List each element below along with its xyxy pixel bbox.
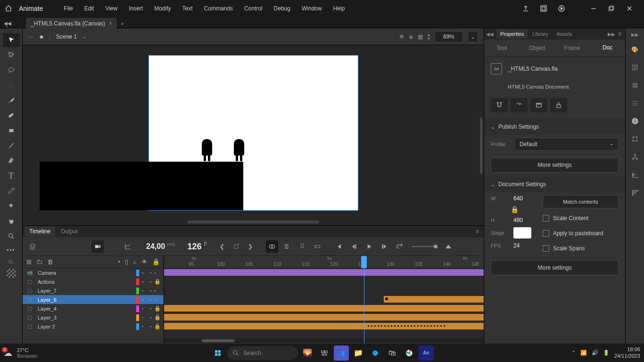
fps-value[interactable]: 24 — [513, 242, 520, 249]
keyframe-dot[interactable] — [371, 325, 372, 327]
timeline-zoom-slider[interactable] — [412, 246, 436, 247]
next-icon[interactable]: ❯ — [244, 240, 256, 253]
layer-row-camera[interactable]: 📹Camera••• — [23, 268, 164, 277]
onion-skin-icon[interactable] — [266, 240, 278, 253]
close-tab-icon[interactable]: × — [109, 20, 112, 27]
canvas-area[interactable] — [23, 45, 484, 225]
keyframe-dot[interactable] — [381, 325, 382, 327]
magic-wand-tool[interactable] — [3, 78, 20, 92]
menu-modify[interactable]: Modify — [149, 3, 175, 14]
hand-tool[interactable] — [3, 214, 20, 228]
layers-icon[interactable] — [26, 240, 39, 253]
layer-lock-icon[interactable]: 🔒 — [154, 279, 160, 285]
film-icon[interactable] — [530, 98, 547, 112]
keyframe-dot[interactable] — [404, 325, 405, 327]
minimize-button[interactable] — [586, 4, 601, 13]
panel-menu-icon[interactable]: ≡ — [616, 31, 623, 37]
layer-color-swatch[interactable] — [136, 323, 139, 330]
layer-visibility-dot[interactable]: • — [142, 271, 143, 275]
layer-row-layer3[interactable]: ▢Layer_3••🔒 — [23, 313, 164, 322]
stage-shape-ground[interactable] — [40, 162, 243, 210]
restore-button[interactable] — [604, 4, 619, 13]
keyframe-dot[interactable] — [421, 325, 422, 327]
keyframe-dot[interactable] — [424, 325, 425, 327]
timeline-ruler[interactable]: 4s5s6s95100105110115120125130135140145 — [164, 256, 484, 268]
swap-colors-icon[interactable] — [3, 258, 20, 267]
close-button[interactable] — [622, 4, 636, 13]
zoom-tool[interactable] — [3, 229, 20, 243]
layer-outline-dot[interactable]: • — [150, 271, 151, 275]
publish-settings-header[interactable]: ⌄Publish Settings — [484, 119, 625, 135]
track-layer3[interactable] — [164, 314, 484, 321]
new-layer-icon[interactable]: ⊞ — [26, 258, 32, 265]
track-layer7[interactable] — [164, 286, 484, 295]
hide-camera-icon[interactable]: ⌕ — [133, 258, 137, 265]
canvas-scrollbar-v[interactable] — [480, 117, 483, 174]
color-palette-icon[interactable]: 🎨 — [629, 44, 641, 55]
first-frame-icon[interactable] — [333, 240, 345, 253]
convert-icon[interactable] — [511, 98, 528, 112]
start-button[interactable] — [210, 346, 225, 361]
layer-color-swatch[interactable] — [136, 288, 139, 294]
tab-assets[interactable]: Assets — [553, 29, 576, 39]
components-icon[interactable] — [629, 187, 641, 198]
subtab-object[interactable]: Object — [520, 40, 555, 56]
width-value[interactable]: 640 — [513, 195, 523, 202]
track-camera[interactable] — [164, 269, 484, 276]
stage-color-swatch[interactable] — [513, 227, 531, 239]
panel-collapse-icon[interactable]: ◀◀ — [486, 32, 494, 37]
playhead[interactable] — [364, 256, 364, 343]
link-wh-icon[interactable]: 🔒 — [511, 206, 519, 213]
prev-icon[interactable]: ❮ — [216, 240, 228, 253]
layer-visibility-dot[interactable]: • — [142, 297, 143, 302]
step-back-icon[interactable] — [348, 240, 360, 253]
timeline-fps-value[interactable]: 24,00 — [146, 242, 165, 250]
match-contents-button[interactable]: Match contents — [543, 195, 619, 208]
layer-row-layer2[interactable]: ▢Layer 2••🔒 — [23, 322, 164, 331]
selection-tool[interactable] — [3, 33, 20, 47]
keyframe-dot[interactable] — [374, 325, 376, 327]
tab-library[interactable]: Library — [528, 29, 552, 39]
scale-spans-checkbox[interactable] — [543, 245, 549, 252]
layer-name-label[interactable]: Layer_3 — [38, 315, 133, 321]
layer-outline-dot[interactable]: • — [150, 324, 151, 329]
layer-row-actions[interactable]: ▢Actions••🔒 — [23, 277, 164, 286]
keyframe-dot[interactable] — [394, 325, 396, 327]
scenes-icon[interactable]: ♣ — [40, 33, 43, 40]
layer-visibility-dot[interactable]: • — [142, 324, 143, 329]
taskbar-app-1[interactable]: 🌄 — [300, 346, 315, 361]
lasso-tool[interactable] — [3, 63, 20, 77]
layer-visibility-dot[interactable]: • — [142, 315, 143, 320]
delete-layer-icon[interactable]: 🗑 — [47, 258, 53, 265]
track-actions[interactable] — [164, 277, 484, 286]
layer-lock-icon[interactable]: 🔒 — [154, 305, 160, 312]
rectangle-tool[interactable] — [3, 123, 20, 138]
stage-character-1[interactable] — [202, 139, 212, 162]
taskbar-store-icon[interactable]: 🛍 — [385, 346, 400, 361]
history-icon[interactable] — [629, 169, 641, 181]
align-panel-icon[interactable] — [629, 98, 641, 109]
layer-visibility-dot[interactable]: • — [142, 288, 143, 293]
taskbar-weather[interactable]: ☁1 27°CBerawan — [4, 347, 37, 359]
stage-character-2[interactable] — [234, 139, 244, 162]
timeline-menu-icon[interactable]: ≡ — [473, 228, 482, 235]
layer-lock-icon[interactable]: 🔒 — [154, 314, 160, 321]
taskbar-edge-icon[interactable] — [368, 346, 383, 361]
panel-expand-icon[interactable]: ▶▶ — [608, 32, 615, 37]
highlight-layer-icon[interactable]: • — [118, 258, 120, 265]
layer-outline-dot[interactable]: • — [150, 280, 151, 284]
track-layer6[interactable] — [384, 296, 484, 303]
scale-content-checkbox[interactable] — [543, 215, 549, 222]
layer-outline-dot[interactable]: • — [150, 315, 151, 320]
rotate-view-icon[interactable]: ◈ — [409, 33, 413, 40]
pen-tool[interactable] — [3, 154, 20, 168]
free-transform-tool[interactable] — [3, 48, 20, 62]
play-icon[interactable] — [363, 240, 375, 253]
layer-outline-dot[interactable]: • — [150, 288, 151, 293]
insert-keyframe-icon[interactable] — [230, 240, 242, 253]
keyframe-dot[interactable] — [368, 325, 369, 327]
height-value[interactable]: 480 — [513, 217, 523, 223]
step-fwd-icon[interactable] — [378, 240, 390, 253]
tab-output[interactable]: Output — [56, 226, 83, 237]
keyframe-dot[interactable] — [411, 325, 412, 327]
